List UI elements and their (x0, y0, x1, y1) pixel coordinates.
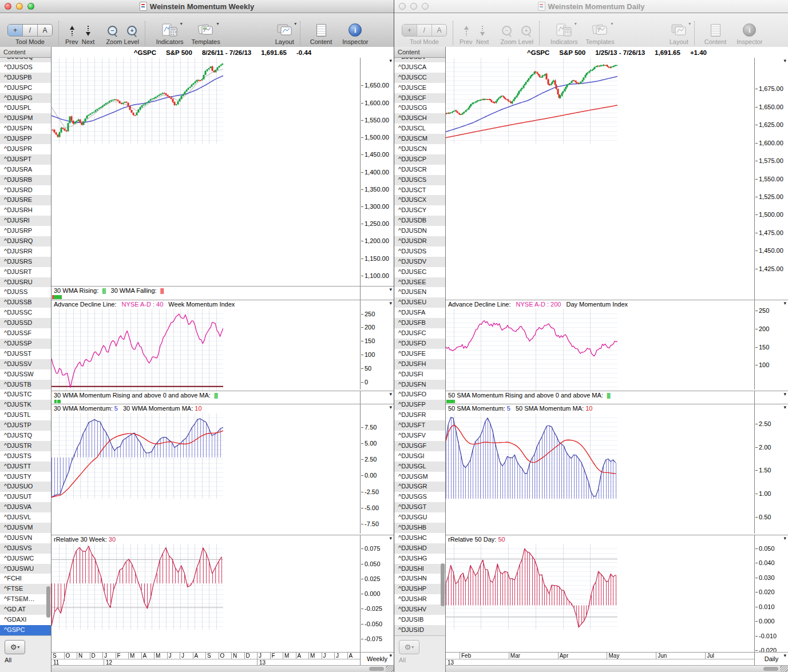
list-item[interactable]: ^DJUSTT (0, 462, 51, 472)
list-item[interactable]: ^DJUSPN (0, 124, 51, 134)
list-item[interactable]: ^DJUSGF (394, 441, 445, 451)
list-item[interactable]: ^DJUSUO (0, 482, 51, 492)
titlebar[interactable]: Weinstein Momentum Daily (394, 0, 788, 13)
symbol-list[interactable]: ^DJUSOQ^DJUSOS^DJUSPB^DJUSPC^DJUSPG^DJUS… (0, 58, 51, 636)
zoom-in-icon[interactable]: + (126, 25, 138, 37)
list-item[interactable]: ^DJUSTP (0, 420, 51, 431)
list-item[interactable]: ^DJUSVN (0, 533, 51, 543)
horizontal-scrollbar[interactable] (446, 665, 788, 672)
list-item[interactable]: ^DJUSDR (394, 236, 445, 246)
price-ch art[interactable] (446, 58, 617, 144)
panel-disclosure[interactable]: ▾ (389, 287, 392, 292)
zoom-button[interactable] (422, 3, 429, 10)
list-item[interactable]: ^DJUSTC (0, 389, 51, 400)
list-item[interactable]: ^DJUSCM (394, 134, 445, 144)
list-item[interactable]: ^DJUSRQ (0, 236, 51, 246)
list-item[interactable]: ^DJUSGR (394, 482, 445, 492)
list-item[interactable]: ^DJUSFE (394, 349, 445, 359)
list-item[interactable]: ^DJUSPG (0, 93, 51, 104)
list-item[interactable]: ^DJUSTL (0, 410, 51, 420)
zoom-out-icon[interactable]: − (107, 25, 118, 37)
templates-icon[interactable]: ▾ (591, 23, 609, 37)
zoom-out-icon[interactable]: − (501, 25, 513, 37)
list-item[interactable]: ^DJUSEU (394, 297, 445, 308)
list-item[interactable]: ^DJUSEC (394, 267, 445, 277)
zoom-in-icon[interactable]: + (521, 25, 532, 37)
list-item[interactable]: ^DJUSRS (0, 257, 51, 267)
list-item[interactable]: ^DJUSCR (394, 165, 445, 175)
panel-disclosure[interactable]: ▾ (389, 391, 392, 397)
prev-button[interactable] (68, 25, 76, 37)
list-item[interactable]: ^DJUSEN (394, 287, 445, 297)
list-item[interactable]: ^DJUSCN (394, 144, 445, 154)
list-item[interactable]: ^DJUSRP (0, 226, 51, 236)
list-item[interactable]: ^DJUSHI (394, 564, 445, 574)
list-item[interactable]: ^GDAXI (0, 615, 51, 625)
list-item[interactable]: ^DJUSFR (394, 410, 445, 420)
list-item[interactable]: ^DJUSTY (0, 472, 51, 482)
close-button[interactable] (399, 3, 406, 10)
period-selector[interactable]: Daily ▾ (754, 653, 788, 665)
list-item[interactable]: ^DJUSRT (0, 267, 51, 277)
panel-disclosure[interactable]: ▾ (389, 58, 392, 63)
symbol-list[interactable]: ^DJUSBV^DJUSCA^DJUSCC^DJUSCE^DJUSCF^DJUS… (394, 58, 445, 636)
templates-icon[interactable]: ▾ (197, 23, 215, 37)
list-item[interactable]: ^DJUSS (0, 287, 51, 297)
line-tool-button[interactable]: / (23, 25, 38, 36)
list-item[interactable]: ^DJUSDB (394, 216, 445, 226)
zoom-button[interactable] (27, 3, 34, 10)
minimize-button[interactable] (410, 3, 417, 10)
list-item[interactable]: ^DJUSEE (394, 277, 445, 288)
pointer-tool-button[interactable]: + (402, 25, 417, 36)
resize-grip[interactable] (780, 666, 788, 672)
price-chart[interactable] (52, 58, 223, 144)
list-item[interactable]: ^DJUSRH (0, 205, 51, 216)
list-item[interactable]: ^DJUSSC (0, 308, 51, 318)
list-item[interactable]: ^DJUSVS (0, 543, 51, 554)
list-item[interactable]: ^DJUSVA (0, 502, 51, 512)
panel-disclosure[interactable]: ▾ (783, 404, 786, 410)
list-item[interactable]: ^DJUSGU (394, 512, 445, 523)
list-item[interactable]: ^DJUSWC (0, 554, 51, 564)
list-item[interactable]: ^DJUSHP (394, 584, 445, 594)
list-item[interactable]: ^DJUSVL (0, 512, 51, 523)
list-item[interactable]: ^DJUSRB (0, 175, 51, 185)
list-item[interactable]: ^DJUSPT (0, 154, 51, 165)
list-item[interactable]: ^DJUSTK (0, 400, 51, 410)
list-item[interactable]: ^DJUSHG (394, 554, 445, 564)
layout-icon[interactable]: ▾ (671, 23, 687, 37)
list-item[interactable]: ^DJUSGL (394, 462, 445, 472)
list-item[interactable]: ^DJUSSV (0, 359, 51, 369)
list-item[interactable]: ^DJUSTS (0, 451, 51, 462)
list-item[interactable]: ^FTSE (0, 584, 51, 594)
list-item[interactable]: ^DJUSRA (0, 165, 51, 175)
list-item[interactable]: ^DJUSPM (0, 113, 51, 124)
scrollbar-thumb[interactable] (763, 667, 778, 671)
list-item[interactable]: ^DJUSFI (394, 369, 445, 380)
list-item[interactable]: ^DJUSTR (0, 441, 51, 451)
list-item[interactable]: ^DJUSSF (0, 328, 51, 339)
panel-disclosure[interactable]: ▾ (783, 300, 786, 306)
list-item[interactable]: ^DJUSSD (0, 318, 51, 328)
list-item[interactable]: ^DJUSFH (394, 359, 445, 369)
list-item[interactable]: ^DJUSFA (394, 308, 445, 318)
list-item[interactable]: ^DJUSFD (394, 339, 445, 349)
list-item[interactable]: ^DJUSTQ (0, 431, 51, 441)
panel-disclosure[interactable]: ▾ (783, 391, 786, 397)
panel-disclosure[interactable]: ▾ (389, 404, 392, 410)
indicators-icon[interactable]: ▾ (556, 23, 573, 37)
list-item[interactable]: ^DJUSHN (394, 574, 445, 584)
list-item[interactable]: ^DJUSHC (394, 533, 445, 543)
list-item[interactable]: ^DJUSTB (0, 380, 51, 390)
list-item[interactable]: ^DJUSPP (0, 134, 51, 144)
layout-icon[interactable]: ▾ (276, 23, 292, 37)
list-item[interactable]: ^DJUSWU (0, 564, 51, 574)
list-item[interactable]: ^DJUSHR (394, 594, 445, 605)
list-item[interactable]: ^DJUSHD (394, 543, 445, 554)
text-tool-button[interactable]: A (432, 25, 446, 36)
resize-grip[interactable] (386, 666, 394, 672)
list-item[interactable]: ^DJUSDN (394, 226, 445, 236)
list-item[interactable]: ^DJUSCF (394, 93, 445, 104)
list-item[interactable]: ^DJUSFB (394, 318, 445, 328)
list-item[interactable]: ^DJUSGT (394, 502, 445, 512)
